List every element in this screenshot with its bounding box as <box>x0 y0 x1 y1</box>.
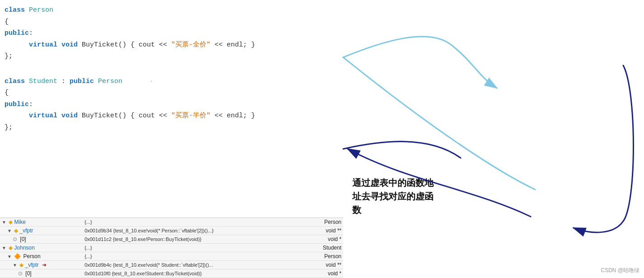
left-code-panel: class Person { public: virtual void BuyT… <box>0 0 343 278</box>
type-cell: Person <box>306 218 343 227</box>
value-cell: 0x001d9b4c {test_8_10.exe!void(* Student… <box>83 261 306 269</box>
code-line: { <box>5 87 343 99</box>
value-cell: {...} <box>83 218 306 227</box>
table-row[interactable]: ▼ ◆ Mike {...} Person <box>0 218 343 227</box>
keyword-class: class <box>5 5 29 16</box>
name-cell: ▼ ◆ Mike <box>0 218 83 227</box>
name-cell: ▼ ◆ Johnson <box>0 244 83 252</box>
value-cell: 0x001d9b34 {test_8_10.exe!void(* Person:… <box>83 227 306 235</box>
type-cell: void ** <box>306 261 343 269</box>
code-line: public: <box>5 99 343 111</box>
code-line: class Student : public Person · <box>5 76 343 88</box>
code-line: class Person <box>5 5 343 16</box>
code-line: public: <box>5 28 343 39</box>
code-line: }; <box>5 122 343 134</box>
classname-person: Person <box>29 5 53 16</box>
brace: { <box>5 16 9 28</box>
value-cell: {...} <box>83 244 306 252</box>
student-class-block: class Student : public Person · { public… <box>5 76 343 134</box>
name-cell: ▼ ◆ _vfptr <box>0 227 83 235</box>
value-cell: 0x001d11c2 {test_8_10.exe!Person::BuyTic… <box>83 235 306 244</box>
dot-marker: · <box>149 76 154 88</box>
code-line: virtual void BuyTicket() { cout << "买票-半… <box>5 110 343 122</box>
code-line: virtual void BuyTicket() { cout << "买票-全… <box>5 39 343 51</box>
table-row[interactable]: ⊙ [0] 0x001d11c2 {test_8_10.exe!Person::… <box>0 235 343 244</box>
code-line: }; <box>5 51 343 62</box>
code-line: { <box>5 16 343 28</box>
type-cell: Student <box>306 244 343 252</box>
watermark: CSDN @咕噜绿 <box>601 267 639 274</box>
name-cell: ⊙ [0] <box>0 235 83 244</box>
type-cell: void * <box>306 235 343 244</box>
table-row[interactable]: ▼ ◆ _vfptr ➜ 0x001d9b4c {test_8_10.exe!v… <box>0 261 343 269</box>
type-cell: void * <box>306 269 343 278</box>
name-cell: ⊙ [0] <box>0 269 83 278</box>
person-class-block: class Person { public: virtual void BuyT… <box>5 5 343 62</box>
value-cell: {...} <box>83 252 306 261</box>
right-code-panel: void Func(Person& p) { p.BuyTicket(); } … <box>343 0 644 278</box>
name-cell: ▼ ◆ _vfptr ➜ <box>0 261 83 269</box>
table-row[interactable]: ⊙ [0] 0x001d10f0 {test_8_10.exe!Student:… <box>0 269 343 278</box>
name-cell: ▼ 🔶 Person <box>0 252 83 261</box>
type-cell: void ** <box>306 227 343 235</box>
access-spec: public <box>5 28 29 39</box>
debug-table: ▼ ◆ Mike {...} Person ▼ ◆ _vfptr <box>0 218 343 278</box>
table-row[interactable]: ▼ ◆ Johnson {...} Student <box>0 244 343 252</box>
debug-table-container: ▼ ◆ Mike {...} Person ▼ ◆ _vfptr <box>0 218 343 278</box>
value-cell: 0x001d10f0 {test_8_10.exe!Student::BuyTi… <box>83 269 306 278</box>
table-row[interactable]: ▼ 🔶 Person {...} Person <box>0 252 343 261</box>
type-cell: Person <box>306 252 343 261</box>
table-row[interactable]: ▼ ◆ _vfptr 0x001d9b34 {test_8_10.exe!voi… <box>0 227 343 235</box>
